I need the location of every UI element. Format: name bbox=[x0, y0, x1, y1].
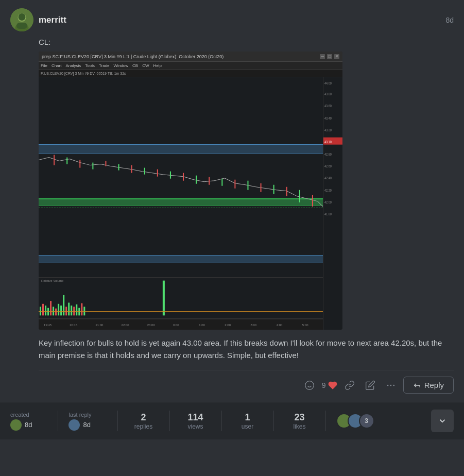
footer-divider-3 bbox=[169, 411, 170, 431]
price-4240: 42.40 bbox=[324, 177, 332, 180]
time-axis: 19:45 20:15 21:00 22:00 23:00 0:00 1:00 … bbox=[39, 318, 323, 330]
svg-rect-4 bbox=[16, 23, 27, 29]
link-button[interactable] bbox=[341, 378, 358, 393]
price-44: 44.00 bbox=[324, 82, 332, 85]
like-count-display: 9 bbox=[322, 381, 337, 390]
menu-cb: CB bbox=[132, 63, 138, 68]
svg-point-8 bbox=[387, 384, 389, 386]
link-icon bbox=[345, 380, 355, 390]
more-icon bbox=[386, 380, 396, 390]
likes-label: likes bbox=[293, 423, 305, 430]
more-button[interactable] bbox=[383, 378, 399, 393]
replies-label: replies bbox=[134, 423, 152, 430]
created-row: 8d bbox=[10, 419, 32, 431]
reply-label: Reply bbox=[424, 381, 444, 389]
created-time: 8d bbox=[25, 421, 32, 429]
time-label-8: 2:00 bbox=[225, 324, 231, 327]
price-4220: 42.20 bbox=[324, 189, 332, 192]
footer-created: created 8d bbox=[10, 412, 32, 431]
price-highlight-text: 43.10 bbox=[324, 141, 332, 144]
price-4360: 43.60 bbox=[324, 105, 332, 108]
vol-bar-7 bbox=[55, 309, 57, 316]
heart-icon bbox=[328, 381, 337, 390]
vol-bar-2 bbox=[42, 304, 44, 316]
emoji-icon bbox=[304, 380, 315, 390]
time-label-5: 23:00 bbox=[147, 324, 156, 327]
time-label-7: 1:00 bbox=[199, 324, 205, 327]
svg-point-5 bbox=[305, 381, 314, 389]
views-count: 114 bbox=[187, 412, 203, 423]
vol-bar-12 bbox=[68, 303, 70, 316]
user-label: user bbox=[242, 423, 253, 430]
replies-count: 2 bbox=[141, 412, 146, 423]
last-reply-label: last reply bbox=[68, 412, 91, 418]
price-line bbox=[39, 158, 323, 207]
footer-divider-2 bbox=[117, 411, 118, 431]
post-header: merritt 8d bbox=[10, 8, 454, 31]
volume-label: Relative Volume bbox=[41, 279, 63, 282]
post-time: 8d bbox=[445, 16, 454, 24]
chart-controls: ─ □ ✕ bbox=[320, 54, 339, 59]
close-icon: ✕ bbox=[334, 54, 339, 59]
volume-svg bbox=[39, 278, 323, 318]
time-label-2: 20:15 bbox=[70, 324, 78, 327]
last-reply-row: 8d bbox=[68, 419, 91, 431]
menu-tools: Tools bbox=[85, 63, 95, 68]
price-4200: 42.00 bbox=[324, 201, 332, 204]
volume-section: Relative Volume bbox=[39, 277, 323, 318]
price-4180: 41.80 bbox=[324, 213, 332, 216]
footer-last-reply: last reply 8d bbox=[68, 412, 91, 431]
chart-titlebar: prep SC:F:US:CLEV20 [CRV] 3 Min #9 L:1 |… bbox=[39, 52, 342, 62]
like-number: 9 bbox=[322, 381, 326, 389]
chart-main: Relative Volume bbox=[39, 77, 342, 330]
reply-icon bbox=[413, 381, 421, 389]
footer-replies: 2 replies bbox=[128, 412, 159, 430]
footer-divider-6 bbox=[325, 411, 326, 431]
username[interactable]: merritt bbox=[39, 15, 66, 25]
participant-avatars: 3 bbox=[336, 413, 374, 429]
footer-divider-5 bbox=[273, 411, 274, 431]
price-axis-svg: 44.00 43.80 43.60 43.40 43.20 43.00 42.8… bbox=[323, 77, 342, 330]
time-label-6: 0:00 bbox=[173, 324, 179, 327]
vol-bar-13 bbox=[71, 305, 72, 315]
footer-users: 1 user bbox=[232, 412, 263, 430]
time-label-11: 5:00 bbox=[302, 324, 308, 327]
chart-area: Relative Volume bbox=[39, 77, 323, 330]
likes-count: 23 bbox=[294, 412, 304, 423]
vol-bar-6 bbox=[53, 307, 54, 315]
vol-bar-1 bbox=[40, 307, 41, 315]
footer-divider-1 bbox=[58, 411, 58, 431]
emoji-button[interactable] bbox=[301, 378, 318, 393]
menu-cw: CW bbox=[142, 63, 149, 68]
reply-button[interactable]: Reply bbox=[403, 377, 454, 394]
vol-bar-5 bbox=[50, 301, 51, 315]
menu-window: Window bbox=[114, 63, 128, 68]
edit-button[interactable] bbox=[362, 378, 379, 393]
price-4340: 43.40 bbox=[324, 116, 332, 120]
time-label-9: 3:00 bbox=[250, 324, 256, 327]
views-label: views bbox=[187, 423, 203, 430]
price-4380: 43.80 bbox=[324, 93, 332, 96]
vol-bar-15 bbox=[76, 304, 77, 315]
menu-chart: Chart bbox=[51, 63, 62, 68]
svg-point-9 bbox=[390, 384, 391, 386]
last-reply-avatar bbox=[68, 419, 80, 431]
vol-bar-14 bbox=[73, 307, 75, 315]
chart-image: prep SC:F:US:CLEV20 [CRV] 3 Min #9 L:1 |… bbox=[39, 52, 342, 330]
vol-bar-10 bbox=[63, 295, 64, 316]
chevron-down-icon bbox=[438, 416, 447, 426]
footer-views: 114 views bbox=[180, 412, 211, 430]
time-label-1: 19:45 bbox=[44, 324, 52, 327]
menu-file: File bbox=[41, 63, 47, 68]
participant-count: 3 bbox=[359, 413, 374, 429]
post-footer: created 8d last reply 8d 2 replies 114 v… bbox=[0, 402, 464, 439]
user-count: 1 bbox=[245, 412, 250, 423]
minimize-icon: ─ bbox=[320, 54, 325, 59]
chevron-down-button[interactable] bbox=[431, 410, 454, 432]
menu-analysis: Analysis bbox=[65, 63, 81, 68]
avatar[interactable] bbox=[10, 8, 33, 31]
time-label-3: 21:00 bbox=[95, 324, 104, 327]
post-body: CL: prep SC:F:US:CLEV20 [CRV] 3 Min #9 L… bbox=[39, 38, 454, 400]
price-4280: 42.80 bbox=[324, 152, 332, 156]
time-label-10: 4:00 bbox=[277, 324, 283, 327]
